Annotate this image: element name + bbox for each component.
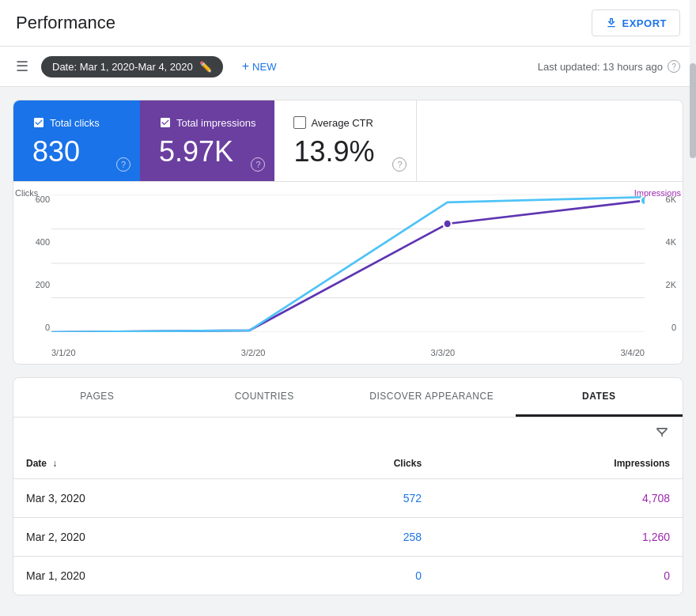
filter-funnel-icon [654,424,670,440]
page-title: Performance [16,13,115,33]
total-clicks-value: 830 [32,135,121,168]
total-clicks-help-icon[interactable]: ? [116,157,130,172]
date-range-text: Date: Mar 1, 2020-Mar 4, 2020 [52,61,193,73]
table-filter-row [13,418,683,448]
tabs-row: PAGES COUNTRIES DISCOVER APPEARANCE DATE… [13,378,683,418]
help-circle-icon[interactable]: ? [668,60,680,73]
cell-impressions: 0 [434,557,683,595]
cell-impressions: 4,708 [434,479,683,518]
average-ctr-tile[interactable]: Average CTR 13.9% ? [274,100,417,181]
y-left-200: 200 [20,280,50,289]
table-card: PAGES COUNTRIES DISCOVER APPEARANCE DATE… [13,377,683,595]
x-label-mar3: 3/3/20 [431,348,456,357]
table-row[interactable]: Mar 1, 202000 [13,557,683,595]
new-label: NEW [252,61,276,73]
x-label-mar2: 3/2/20 [241,348,266,357]
cell-clicks: 572 [271,479,434,518]
line-chart [51,195,645,332]
col-impressions[interactable]: Impressions [434,448,683,479]
cell-clicks: 258 [271,518,434,557]
total-impressions-value: 5.97K [159,135,255,168]
checkbox-checked-purple-icon [159,116,172,129]
export-button[interactable]: EXPORT [592,9,680,36]
last-updated: Last updated: 13 hours ago ? [538,60,680,73]
tab-discover[interactable]: DISCOVER APPEARANCE [348,378,516,417]
last-updated-text: Last updated: 13 hours ago [538,61,663,73]
x-label-mar1: 3/1/20 [51,348,76,357]
new-button[interactable]: + NEW [236,55,283,78]
cell-impressions: 1,260 [434,518,683,557]
tab-countries[interactable]: COUNTRIES [181,378,349,417]
table-row[interactable]: Mar 3, 20205724,708 [13,479,683,518]
x-label-mar4: 3/4/20 [620,348,645,357]
cell-clicks: 0 [271,557,434,595]
svg-point-5 [444,220,452,229]
download-icon [605,17,618,29]
cell-date: Mar 1, 2020 [13,557,271,595]
average-ctr-value: 13.9% [293,135,397,168]
y-right-0: 0 [652,323,676,332]
y-left-0: 0 [20,323,50,332]
checkbox-checked-icon [32,116,45,129]
cell-date: Mar 3, 2020 [13,479,271,518]
tab-pages[interactable]: PAGES [13,378,181,417]
col-clicks[interactable]: Clicks [271,448,434,479]
cell-date: Mar 2, 2020 [13,518,271,557]
scrollbar-thumb[interactable] [690,63,696,158]
date-filter[interactable]: Date: Mar 1, 2020-Mar 4, 2020 ✏️ [41,56,223,77]
chart-card: Total clicks 830 ? Total impressions 5.9… [13,100,683,365]
y-left-axis-label: Clicks [15,188,38,198]
checkbox-unchecked-icon [293,116,306,129]
empty-metric-tile [417,100,683,181]
table-filter-button[interactable] [654,424,670,442]
tab-dates[interactable]: DATES [516,378,683,417]
total-impressions-tile[interactable]: Total impressions 5.97K ? [140,100,274,181]
data-table: Date ↓ Clicks Impressions Mar 3, 2020572… [13,448,683,595]
average-ctr-help-icon[interactable]: ? [392,157,407,172]
chart-area: 600 400 200 0 Clicks 6K 4K 2K 0 Impressi… [13,182,683,364]
metrics-row: Total clicks 830 ? Total impressions 5.9… [13,100,683,182]
svg-point-6 [641,196,645,205]
col-date[interactable]: Date ↓ [13,448,271,479]
y-right-4k: 4K [652,237,676,247]
y-right-2k: 2K [652,280,676,289]
export-label: EXPORT [622,17,667,29]
total-clicks-tile[interactable]: Total clicks 830 ? [13,100,140,181]
filter-icon[interactable]: ☰ [16,58,28,75]
table-row[interactable]: Mar 2, 20202581,260 [13,518,683,557]
scrollbar-track[interactable] [690,0,696,616]
plus-icon: + [242,59,249,74]
edit-icon: ✏️ [199,61,212,73]
total-impressions-label: Total impressions [159,116,255,129]
total-clicks-label: Total clicks [32,116,121,129]
y-left-400: 400 [20,237,50,247]
total-impressions-help-icon[interactable]: ? [251,157,265,172]
sort-icon: ↓ [52,458,57,469]
average-ctr-label: Average CTR [293,116,397,129]
